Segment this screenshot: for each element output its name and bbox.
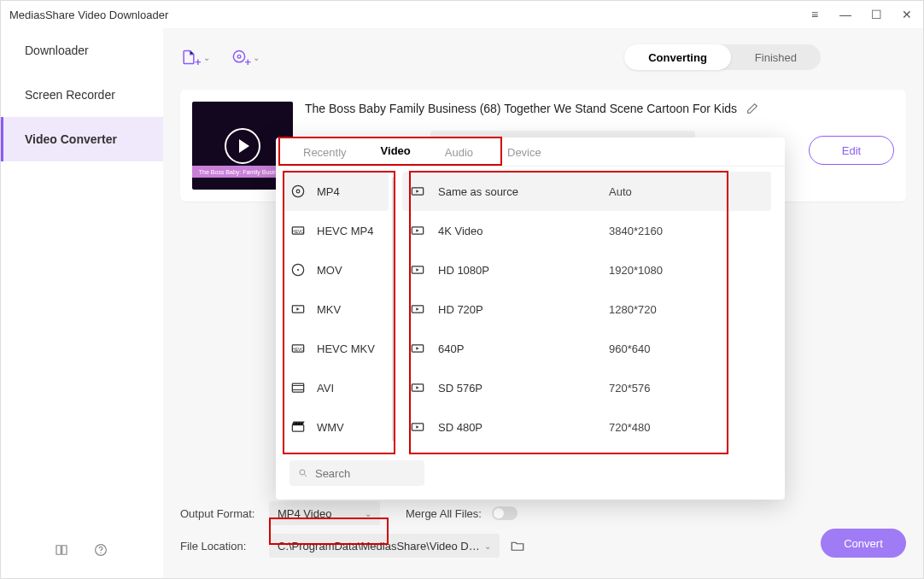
format-item-hevc-mkv[interactable]: HEVCHEVC MKV: [283, 329, 389, 368]
resolution-dim: Auto: [609, 185, 632, 198]
format-label: MKV: [317, 303, 341, 316]
merge-toggle[interactable]: [492, 506, 518, 520]
resolution-item[interactable]: 640P960*640: [402, 329, 771, 368]
help-icon[interactable]: [93, 542, 108, 558]
format-label: HEVC MKV: [317, 342, 375, 355]
resolution-dim: 720*480: [609, 421, 650, 434]
resolution-item[interactable]: SD 576P720*576: [402, 368, 771, 407]
popup-tab-recently[interactable]: Recently: [289, 146, 360, 166]
rename-icon[interactable]: [746, 102, 759, 115]
video-title-row: The Boss Baby Family Business (68) Toget…: [305, 102, 797, 115]
book-icon[interactable]: [54, 542, 69, 558]
format-item-mp4[interactable]: MP4: [283, 172, 389, 211]
search-input[interactable]: [315, 467, 416, 480]
format-label: WMV: [317, 421, 344, 434]
format-item-mkv[interactable]: MKV: [283, 290, 389, 329]
popup-search[interactable]: [289, 460, 424, 486]
sidebar-item-video-converter[interactable]: Video Converter: [1, 117, 163, 161]
tab-converting[interactable]: Converting: [624, 44, 731, 70]
menu-icon[interactable]: ≡: [807, 8, 822, 21]
tab-label: Converting: [648, 51, 707, 64]
resolution-dim: 1280*720: [609, 303, 657, 316]
resolution-dim: 3840*2160: [609, 225, 663, 237]
chevron-down-icon: ⌄: [365, 509, 371, 518]
resolution-item[interactable]: 4K Video3840*2160: [402, 211, 771, 250]
add-url-button[interactable]: + ⌄: [231, 47, 260, 68]
minimize-icon[interactable]: —: [838, 8, 853, 21]
svg-point-0: [233, 51, 244, 62]
resolution-list: Same as sourceAuto 4K Video3840*2160 HD …: [395, 167, 785, 452]
output-format-label: Output Format:: [180, 507, 259, 520]
convert-button[interactable]: Convert: [821, 529, 906, 558]
clapper-icon: [289, 418, 307, 436]
popup-tab-audio[interactable]: Audio: [431, 146, 487, 166]
resolution-item[interactable]: HD 720P1280*720: [402, 290, 771, 329]
edit-button[interactable]: Edit: [809, 136, 894, 165]
resolution-name: HD 1080P: [438, 264, 609, 277]
file-location-select[interactable]: C:\ProgramData\MediasShare\Video Downloa…: [269, 534, 500, 558]
file-location-value: C:\ProgramData\MediasShare\Video Downloa: [278, 540, 484, 553]
close-icon[interactable]: ✕: [899, 8, 915, 21]
merge-label: Merge All Files:: [406, 507, 482, 520]
sidebar-item-label: Downloader: [25, 44, 89, 57]
sidebar-item-label: Video Converter: [25, 132, 117, 146]
add-file-button[interactable]: + ⌄: [180, 47, 210, 68]
film-icon: [289, 379, 307, 396]
hevc-icon: HEVC: [289, 340, 307, 357]
chevron-down-icon: ⌄: [253, 53, 260, 62]
resolution-name: SD 480P: [438, 421, 609, 434]
video-icon: [409, 301, 426, 318]
resolution-item[interactable]: Same as sourceAuto: [402, 172, 771, 211]
format-label: MOV: [317, 264, 342, 277]
svg-point-5: [296, 190, 300, 193]
resolution-name: SD 576P: [438, 382, 609, 395]
video-icon: [409, 379, 426, 396]
output-format-select[interactable]: MP4 Video ⌄: [269, 501, 380, 525]
format-item-avi[interactable]: AVI: [283, 368, 389, 407]
chevron-down-icon: ⌄: [203, 53, 210, 62]
disc-icon: [289, 261, 307, 278]
tab-label: Device: [507, 146, 541, 159]
resolution-dim: 960*640: [609, 342, 650, 355]
format-label: MP4: [317, 185, 340, 198]
resolution-item[interactable]: SD 480P720*480: [402, 407, 771, 447]
popup-body: MP4 HEVCHEVC MP4 MOV MKV HEVCHEVC MKV AV…: [276, 167, 785, 452]
app-title: MediasShare Video Downloader: [9, 9, 807, 21]
popup-tab-device[interactable]: Device: [494, 146, 555, 166]
svg-point-3: [100, 553, 101, 553]
resolution-dim: 1920*1080: [609, 264, 663, 277]
sidebar-item-screen-recorder[interactable]: Screen Recorder: [1, 73, 163, 117]
svg-rect-13: [292, 383, 303, 392]
footer: Output Format: MP4 Video ⌄ Merge All Fil…: [180, 501, 906, 566]
maximize-icon[interactable]: ☐: [868, 8, 884, 21]
svg-point-22: [300, 470, 305, 475]
resolution-name: 4K Video: [438, 225, 609, 237]
resolution-item[interactable]: HD 1080P1920*1080: [402, 250, 771, 290]
format-popup: Recently Video Audio Device MP4 HEVCHEVC…: [276, 137, 785, 500]
format-item-hevc-mp4[interactable]: HEVCHEVC MP4: [283, 211, 389, 250]
video-icon: [409, 340, 426, 357]
popup-tab-video[interactable]: Video: [367, 144, 424, 166]
video-icon: [409, 222, 426, 239]
titlebar: MediasShare Video Downloader ≡ — ☐ ✕: [1, 1, 923, 28]
format-item-mov[interactable]: MOV: [283, 250, 389, 290]
sidebar-item-downloader[interactable]: Downloader: [1, 28, 163, 73]
format-list: MP4 HEVCHEVC MP4 MOV MKV HEVCHEVC MKV AV…: [276, 167, 395, 452]
resolution-name: HD 720P: [438, 303, 609, 316]
video-title: The Boss Baby Family Business (68) Toget…: [305, 102, 737, 115]
open-folder-icon[interactable]: [510, 538, 525, 553]
chevron-down-icon: ⌄: [484, 541, 491, 551]
sidebar: Downloader Screen Recorder Video Convert…: [1, 28, 163, 578]
popup-tabs: Recently Video Audio Device: [276, 137, 785, 167]
format-item-wmv[interactable]: WMV: [283, 407, 389, 447]
video-icon: [409, 183, 426, 200]
tab-label: Recently: [303, 146, 347, 159]
video-icon: [289, 301, 307, 318]
output-format-value: MP4 Video: [278, 507, 331, 520]
svg-point-4: [292, 185, 303, 196]
svg-rect-14: [292, 425, 303, 432]
disc-icon: [289, 183, 307, 200]
tab-finished[interactable]: Finished: [731, 44, 821, 70]
window-controls: ≡ — ☐ ✕: [807, 8, 915, 21]
file-location-label: File Location:: [180, 540, 259, 553]
